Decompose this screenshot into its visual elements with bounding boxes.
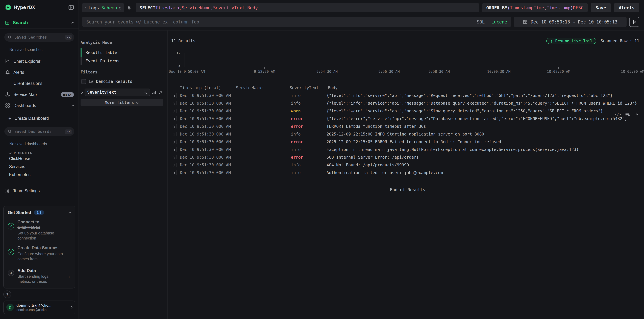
no-saved-dashboards-text: No saved dashboards [10, 142, 78, 146]
user-menu[interactable]: D dominic.tran@clic... dominic.tran@clic… [3, 300, 75, 314]
expand-row-chevron[interactable] [171, 163, 176, 167]
expand-row-chevron[interactable] [171, 116, 176, 121]
step-connect-clickhouse[interactable]: ✓ Connect to ClickHouse Set up your data… [8, 220, 71, 241]
cell-timestamp: Dec 10 9:51:30.000 AM [180, 163, 232, 167]
calendar-icon [523, 19, 528, 24]
column-header[interactable]: SeverityText [286, 85, 324, 90]
create-dashboard-button[interactable]: + Create Dashboard [0, 114, 78, 123]
sidebar-item-service-map[interactable]: Service Map BETA [0, 89, 78, 100]
table-row[interactable]: Dec 10 9:51:30.000 AM info Exception in … [171, 146, 644, 153]
cell-severity: error [286, 139, 324, 144]
cell-body: {"level":"info","service":"api","message… [324, 101, 644, 105]
chart-filter-icon[interactable] [152, 90, 156, 94]
expand-row-chevron[interactable] [171, 155, 176, 159]
table-row[interactable]: Dec 10 9:51:30.000 AM error {"level":"er… [171, 115, 644, 122]
chevron-up-icon[interactable] [72, 22, 74, 24]
more-filters-button[interactable]: More filters [80, 99, 163, 106]
presets-toggle[interactable]: PRESETS [9, 151, 78, 155]
run-query-button[interactable] [629, 17, 639, 27]
cell-body: 2025-12-09 22:15:05 ERROR Failed to conn… [324, 139, 644, 144]
source-label: Logs [88, 5, 99, 10]
event-search-input[interactable]: SQL | Lucene [82, 17, 511, 27]
expand-row-chevron[interactable] [171, 93, 176, 98]
sidebar-item-team-settings[interactable]: Team Settings [0, 186, 78, 196]
sidebar-item-alerts[interactable]: Alerts [0, 67, 78, 78]
source-settings-gear-icon[interactable] [127, 5, 132, 10]
table-row[interactable]: Dec 10 9:51:30.000 AM error 500 Internal… [171, 153, 644, 161]
drag-handle-icon[interactable] [232, 86, 234, 89]
column-header-label: SeverityText [290, 85, 319, 90]
saved-dashboards-placeholder[interactable] [14, 129, 62, 134]
column-header[interactable]: Body [324, 85, 644, 90]
analysis-mode-option[interactable]: Event Patterns [80, 57, 163, 65]
saved-searches-input[interactable]: ⌘K [4, 33, 74, 42]
sidebar-item-client-sessions[interactable]: Client Sessions [0, 78, 78, 89]
select-query-input[interactable]: SELECT Timestamp,ServiceName,SeverityTex… [136, 3, 479, 12]
time-range-picker[interactable]: Dec 10 09:50:13 - Dec 10 10:05:13 [514, 17, 626, 27]
source-select[interactable]: Logs Schema [82, 3, 124, 12]
analysis-mode-option[interactable]: Results Table [80, 48, 163, 57]
table-row[interactable]: Dec 10 9:51:30.000 AM info Authenticatio… [171, 169, 644, 176]
search-placeholder[interactable] [86, 19, 475, 24]
scanned-rows-text: Scanned Rows: 11 [600, 38, 639, 43]
column-header[interactable]: ServiceName [232, 85, 286, 90]
x-axis-tick [439, 67, 440, 69]
expand-filter-chevron[interactable] [80, 91, 83, 94]
denoise-checkbox[interactable] [81, 79, 86, 84]
sidebar-item-chart-explorer[interactable]: Chart Explorer [0, 56, 78, 67]
preset-clickhouse[interactable]: ClickHouse [0, 155, 78, 163]
table-row[interactable]: Dec 10 9:51:30.000 AM info 2025-12-09 22… [171, 130, 644, 138]
sidebar-item-search[interactable]: Search [0, 20, 78, 29]
severity-filter-field[interactable]: SeverityText [84, 88, 150, 96]
cell-severity: error [286, 124, 324, 129]
sidebar-item-label: Search [13, 20, 28, 25]
column-header-label: Timestamp (Local) [180, 85, 221, 90]
saved-searches-placeholder[interactable] [14, 35, 62, 39]
expand-row-chevron[interactable] [171, 132, 176, 136]
search-icon[interactable] [143, 90, 147, 94]
expand-row-chevron[interactable] [171, 170, 176, 175]
collapse-sidebar-icon[interactable] [68, 5, 74, 10]
table-row[interactable]: Dec 10 9:51:30.000 AM info 404 Not Found… [171, 161, 644, 169]
order-by-input[interactable]: ORDER BY (TimestampTime, Timestamp) DESC [482, 3, 588, 12]
sql-mode-toggle[interactable]: SQL [477, 19, 484, 24]
step-add-data[interactable]: 3 Add Data Start sending logs, metrics, … [8, 268, 71, 284]
table-row[interactable]: Dec 10 9:51:30.000 AM warn {"level":"war… [171, 107, 644, 115]
cell-severity: error [286, 116, 324, 121]
expand-row-chevron[interactable] [171, 139, 176, 144]
expand-row-chevron[interactable] [171, 147, 176, 152]
download-icon[interactable] [634, 112, 639, 117]
drag-handle-icon[interactable] [286, 86, 288, 89]
step-desc: Set up your database connection [18, 231, 68, 241]
expand-row-chevron[interactable] [171, 101, 176, 105]
step-create-data-sources[interactable]: ✓ Create Data Sources Configure where yo… [8, 246, 71, 262]
help-button[interactable]: ? [3, 291, 11, 298]
chevron-up-icon[interactable] [72, 104, 74, 107]
x-axis-tick-label: 10:02:30 AM [547, 69, 570, 73]
code-view-icon[interactable]: </> [615, 112, 620, 117]
drag-handle-icon[interactable] [324, 86, 326, 89]
resume-live-tail-button[interactable]: Resume Live Tail [546, 38, 596, 44]
row-divider [176, 101, 177, 105]
saved-dashboards-input[interactable]: ⌘K [4, 127, 74, 136]
cell-body: Exception in thread main java.lang.NullP… [324, 147, 644, 152]
denoise-icon [88, 79, 93, 84]
expand-row-chevron[interactable] [171, 108, 176, 113]
table-row[interactable]: Dec 10 9:51:30.000 AM info {"level":"inf… [171, 99, 644, 107]
pin-icon[interactable] [158, 90, 163, 94]
wrap-lines-icon[interactable] [625, 112, 630, 117]
column-header[interactable]: Timestamp (Local) [180, 85, 232, 90]
schema-label: Schema [101, 5, 117, 10]
alerts-button[interactable]: Alerts [614, 3, 639, 12]
chevron-up-icon[interactable] [68, 212, 71, 214]
lucene-mode-toggle[interactable]: Lucene [491, 19, 507, 24]
save-button[interactable]: Save [591, 3, 611, 12]
preset-kubernetes[interactable]: Kubernetes [0, 171, 78, 179]
step-title: Add Data [18, 268, 63, 273]
preset-services[interactable]: Services [0, 163, 78, 171]
table-row[interactable]: Dec 10 9:51:30.000 AM error [ERROR] Lamb… [171, 122, 644, 130]
table-row[interactable]: Dec 10 9:51:30.000 AM error 2025-12-09 2… [171, 138, 644, 146]
table-row[interactable]: Dec 10 9:51:30.000 AM info {"level":"inf… [171, 92, 644, 99]
expand-row-chevron[interactable] [171, 124, 176, 129]
sidebar-item-dashboards[interactable]: Dashboards [0, 100, 78, 111]
